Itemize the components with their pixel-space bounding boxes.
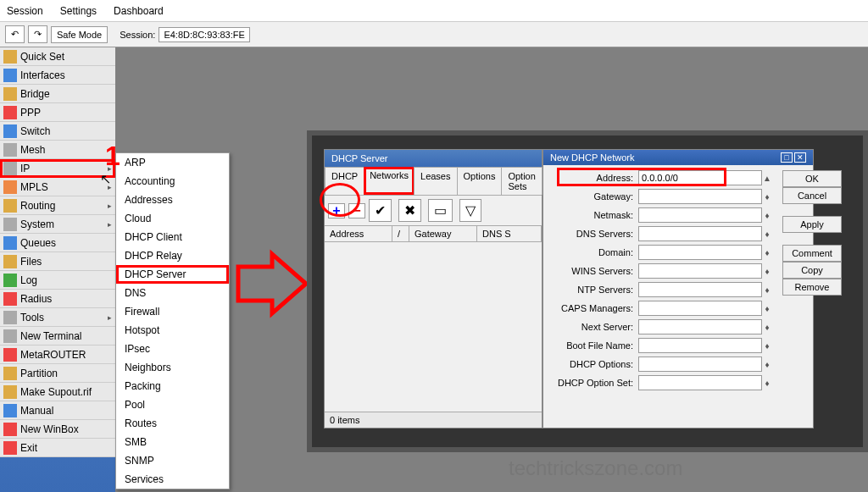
- sidebar-item-label: Files: [20, 256, 42, 268]
- menu-session[interactable]: Session: [7, 5, 43, 17]
- spinner-icon[interactable]: ♦: [762, 267, 772, 276]
- input-netmask[interactable]: [638, 207, 762, 223]
- menu-dashboard[interactable]: Dashboard: [114, 5, 164, 17]
- label-dns-servers: DNS Servers:: [548, 229, 633, 239]
- sidebar-item-queues[interactable]: Queues: [0, 234, 115, 252]
- tab-leases[interactable]: Leases: [414, 167, 457, 195]
- spinner-icon[interactable]: ♦: [762, 211, 772, 220]
- label-domain: Domain:: [548, 247, 633, 257]
- undo-button[interactable]: ↶: [5, 25, 25, 43]
- submenu-item-neighbors[interactable]: Neighbors: [116, 358, 229, 377]
- submenu-item-firewall[interactable]: Firewall: [116, 302, 229, 321]
- cancel-button[interactable]: Cancel: [782, 187, 842, 204]
- spinner-icon[interactable]: ♦: [762, 229, 772, 239]
- input-next-server[interactable]: [638, 319, 762, 334]
- submenu-item-packing[interactable]: Packing: [116, 377, 229, 395]
- sidebar-item-exit[interactable]: Exit: [0, 439, 115, 457]
- sidebar-item-radius[interactable]: Radius: [0, 290, 115, 308]
- submenu-item-dhcp-server[interactable]: DHCP Server: [116, 265, 229, 284]
- sidebar-item-ppp[interactable]: PPP: [0, 103, 115, 122]
- submenu-item-dns[interactable]: DNS: [116, 284, 229, 302]
- tab-networks[interactable]: Networks: [364, 167, 415, 195]
- input-domain[interactable]: [638, 245, 762, 260]
- input-wins-servers[interactable]: [638, 263, 762, 279]
- sidebar-item-manual[interactable]: Manual: [0, 401, 115, 420]
- sidebar-item-label: Queues: [20, 237, 56, 249]
- submenu-item-arp[interactable]: ARP: [116, 153, 229, 172]
- input-caps-managers[interactable]: [638, 301, 762, 316]
- submenu-item-accounting[interactable]: Accounting: [116, 172, 229, 191]
- submenu-item-hotspot[interactable]: Hotspot: [116, 321, 229, 340]
- column-dns[interactable]: DNS S: [477, 226, 542, 241]
- input-dhcp-options[interactable]: [638, 357, 762, 372]
- window-title: New DHCP Network □ ✕: [543, 150, 813, 165]
- spinner-icon[interactable]: ♦: [762, 341, 772, 351]
- tab-options[interactable]: Options: [457, 167, 503, 195]
- comment-button[interactable]: ▭: [428, 199, 453, 222]
- sidebar-item-bridge[interactable]: Bridge: [0, 85, 115, 103]
- apply-button[interactable]: Apply: [782, 216, 842, 233]
- sidebar-item-make-supout-rif[interactable]: Make Supout.rif: [0, 383, 115, 401]
- submenu-item-services[interactable]: Services: [116, 470, 229, 489]
- column-sort[interactable]: /: [392, 226, 409, 241]
- sidebar-item-ip[interactable]: IP▸: [0, 159, 115, 178]
- sidebar-item-label: Switch: [20, 125, 50, 137]
- tab-option-sets[interactable]: Option Sets: [501, 167, 542, 195]
- input-dhcp-option-set[interactable]: [638, 375, 762, 390]
- sidebar-item-partition[interactable]: Partition: [0, 364, 115, 383]
- sidebar-item-interfaces[interactable]: Interfaces: [0, 66, 115, 85]
- submenu-item-smb[interactable]: SMB: [116, 433, 229, 451]
- input-gateway[interactable]: [638, 189, 762, 204]
- column-gateway[interactable]: Gateway: [409, 226, 477, 241]
- sidebar-item-switch[interactable]: Switch: [0, 122, 115, 141]
- menu-settings[interactable]: Settings: [60, 5, 97, 17]
- spinner-icon[interactable]: ♦: [762, 248, 772, 257]
- label-dhcp-options: DHCP Options:: [548, 359, 633, 369]
- spinner-icon[interactable]: ♦: [762, 360, 772, 369]
- spinner-icon[interactable]: ♦: [762, 379, 772, 388]
- spinner-icon[interactable]: ♦: [762, 304, 772, 313]
- filter-button[interactable]: ▽: [459, 199, 481, 222]
- menu-icon: [3, 255, 17, 268]
- sidebar-item-new-terminal[interactable]: New Terminal: [0, 327, 115, 346]
- sidebar-item-metarouter[interactable]: MetaROUTER: [0, 346, 115, 364]
- comment-button[interactable]: Comment: [782, 245, 842, 262]
- disable-button[interactable]: ✖: [398, 199, 421, 222]
- sidebar-item-tools[interactable]: Tools▸: [0, 308, 115, 327]
- minimize-icon[interactable]: □: [781, 152, 793, 163]
- remove-button[interactable]: Remove: [782, 279, 842, 296]
- spinner-icon[interactable]: ♦: [762, 285, 772, 295]
- input-dns-servers[interactable]: [638, 226, 762, 241]
- sidebar-item-files[interactable]: Files: [0, 252, 115, 271]
- close-icon[interactable]: ✕: [794, 152, 806, 163]
- enable-button[interactable]: ✔: [369, 199, 392, 222]
- input-ntp-servers[interactable]: [638, 282, 762, 297]
- submenu-item-addresses[interactable]: Addresses: [116, 191, 229, 209]
- spinner-icon[interactable]: ♦: [762, 192, 772, 202]
- input-boot-file-name[interactable]: [638, 338, 762, 353]
- data-grid: Address / Gateway DNS S: [325, 225, 542, 242]
- sidebar-item-new-winbox[interactable]: New WinBox: [0, 420, 115, 439]
- redo-button[interactable]: ↷: [28, 25, 47, 43]
- submenu-item-dhcp-relay[interactable]: DHCP Relay: [116, 246, 229, 265]
- sidebar-item-mpls[interactable]: MPLS▸: [0, 178, 115, 196]
- sidebar-item-log[interactable]: Log: [0, 271, 115, 290]
- submenu-item-pool[interactable]: Pool: [116, 395, 229, 414]
- submenu-item-ipsec[interactable]: IPsec: [116, 340, 229, 358]
- address-field-highlight: [557, 168, 726, 186]
- submenu-item-routes[interactable]: Routes: [116, 414, 229, 433]
- submenu-item-cloud[interactable]: Cloud: [116, 209, 229, 228]
- copy-button[interactable]: Copy: [782, 262, 842, 279]
- submenu-item-snmp[interactable]: SNMP: [116, 451, 229, 470]
- sidebar-item-label: New Terminal: [20, 330, 81, 342]
- submenu-item-dhcp-client[interactable]: DHCP Client: [116, 228, 229, 246]
- sidebar-item-quick-set[interactable]: Quick Set: [0, 47, 115, 66]
- sidebar-item-mesh[interactable]: Mesh: [0, 141, 115, 159]
- sidebar-item-system[interactable]: System▸: [0, 215, 115, 234]
- column-address[interactable]: Address: [325, 226, 392, 241]
- sidebar-item-routing[interactable]: Routing▸: [0, 196, 115, 215]
- spinner-icon[interactable]: ▲: [762, 174, 772, 183]
- spinner-icon[interactable]: ♦: [762, 323, 772, 332]
- safe-mode-button[interactable]: Safe Mode: [51, 26, 108, 43]
- ok-button[interactable]: OK: [782, 170, 842, 187]
